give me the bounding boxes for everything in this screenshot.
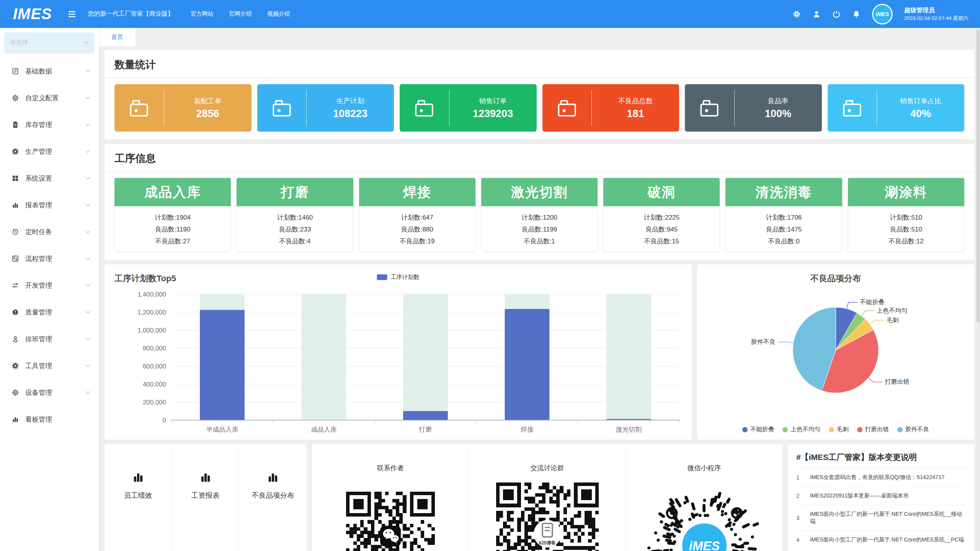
- charts-row: 工序计划数Top5 工序计划数 0200,000400,000600,00080…: [105, 264, 974, 440]
- sidebar-item-shift[interactable]: 排班管理: [0, 326, 99, 352]
- svg-text:上色不均匀: 上色不均匀: [877, 307, 907, 314]
- person-icon: [11, 335, 19, 343]
- bar-chart-icon: [266, 471, 280, 484]
- notification-bell-icon[interactable]: [852, 10, 861, 18]
- sidebar-item-workflow[interactable]: 流程管理: [0, 245, 99, 272]
- sidebar-item-system-settings[interactable]: 系统设置: [0, 165, 99, 192]
- stat-cards-row: 装配工单2856 生产计划108223 销售订单1239203 不良品总数181…: [105, 78, 974, 139]
- svg-text:600,000: 600,000: [143, 363, 166, 370]
- svg-text:成品入库: 成品入库: [311, 426, 337, 433]
- wechat-miniprogram-code: iMESS: [645, 486, 764, 551]
- svg-text:0: 0: [163, 417, 166, 424]
- svg-text:不能折叠: 不能折叠: [860, 299, 884, 305]
- scrollbar-thumb[interactable]: [977, 29, 980, 323]
- datetime: 2023.02.04 02:07:44 星期六: [904, 15, 969, 22]
- legend-item[interactable]: 打磨出错: [857, 425, 889, 434]
- bar-chart-icon: [198, 471, 213, 484]
- nav-link-video-intro[interactable]: 视频介绍: [267, 10, 290, 18]
- shortcut-salary-report[interactable]: 工资报表: [172, 444, 239, 527]
- sidebar-item-reports[interactable]: 报表管理: [0, 192, 99, 218]
- chevron-down-icon: [85, 70, 90, 73]
- bottom-row: 员工绩效 工资报表 不良品项分布 不良品项汇总 生产报表 产量统计 联系作者 扫…: [105, 444, 974, 551]
- legend-item[interactable]: 毛刺: [829, 425, 849, 434]
- sidebar-collapse-icon[interactable]: [67, 10, 77, 18]
- shortcut-employee-performance[interactable]: 员工绩效: [105, 444, 172, 527]
- legend-item[interactable]: 胶件不良: [897, 425, 929, 434]
- quantity-stats-panel: 数量统计 装配工单2856 生产计划108223 销售订单1239203 不良品…: [105, 50, 974, 139]
- shortcut-defect-summary[interactable]: 不良品项汇总: [105, 527, 172, 551]
- menu-search-select[interactable]: 请选择: [5, 33, 94, 52]
- chevron-down-icon: [85, 96, 90, 99]
- process-card: 焊接计划数:647良品数:880不良品数:19: [359, 178, 475, 251]
- sidebar-item-kanban[interactable]: 看板管理: [0, 406, 99, 433]
- nav-links: 官方网站 官网介绍 视频介绍: [191, 10, 290, 18]
- svg-text:1,400,000: 1,400,000: [137, 291, 166, 298]
- svg-text:半成品入库: 半成品入库: [206, 426, 238, 433]
- chevron-down-icon: [85, 257, 90, 260]
- bar-chart-legend[interactable]: 工序计划数: [377, 274, 420, 281]
- sidebar-item-inventory[interactable]: 库存管理: [0, 111, 99, 138]
- page-scrollbar[interactable]: [976, 28, 980, 551]
- process-card: 成品入库计划数:1904良品数:1190不良品数:27: [114, 178, 231, 251]
- changelog-title: #【iMES工厂管家】版本变更说明: [795, 450, 967, 468]
- changelog-item[interactable]: 4iMES面向小型工厂的新一代基于.NET Core的MES系统__PC端: [795, 531, 967, 549]
- sidebar-item-production[interactable]: 生产管理: [0, 138, 99, 165]
- main-content: 数量统计 装配工单2856 生产计划108223 销售订单1239203 不良品…: [99, 46, 980, 551]
- chevron-down-icon: [85, 391, 90, 394]
- sidebar-item-scheduled-tasks[interactable]: 定时任务: [0, 218, 99, 245]
- top-navbar: IMES 您的新一代工厂管家【商业版】 官方网站 官网介绍 视频介绍 iMES …: [0, 0, 980, 28]
- process-card: 清洗消毒计划数:1706良品数:1475不良品数:0: [725, 178, 842, 251]
- nav-link-official-site[interactable]: 官方网站: [191, 10, 214, 18]
- app-logo: IMES: [13, 5, 52, 23]
- avatar[interactable]: iMES: [872, 4, 893, 24]
- sidebar-item-development[interactable]: 开发管理: [0, 272, 99, 299]
- logout-power-icon[interactable]: [832, 10, 841, 18]
- bar-chart-icon: [11, 201, 19, 209]
- nav-link-site-intro[interactable]: 官网介绍: [229, 10, 252, 18]
- svg-text:400,000: 400,000: [143, 381, 166, 388]
- svg-text:1,000,000: 1,000,000: [137, 327, 166, 334]
- sidebar-item-quality[interactable]: 质量管理: [0, 299, 99, 326]
- wechat-qr-code: [346, 492, 435, 551]
- legend-item[interactable]: 上色不均匀: [782, 425, 820, 434]
- bar-chart: 0200,000400,000600,000800,0001,000,0001,…: [114, 288, 684, 437]
- shortcut-defect-distribution[interactable]: 不良品项分布: [239, 444, 307, 527]
- pie-chart-title: 不良品项分布: [701, 273, 970, 284]
- process-card: 打磨计划数:1460良品数:233不良品数:4: [237, 178, 353, 251]
- chevron-down-icon: [84, 41, 89, 44]
- stat-card-yield-rate: 良品率100%: [685, 84, 822, 132]
- bar-chart-panel: 工序计划数Top5 工序计划数 0200,000400,000600,00080…: [105, 264, 692, 440]
- sidebar-item-custom-config[interactable]: 自定义配置: [0, 85, 99, 111]
- settings-icon[interactable]: [792, 10, 801, 18]
- svg-text:毛刺: 毛刺: [887, 317, 899, 323]
- chevron-down-icon: [85, 150, 90, 153]
- svg-text:iMES: iMES: [689, 539, 720, 551]
- chevron-down-icon: [85, 123, 90, 126]
- tab-home[interactable]: 首页: [99, 28, 136, 46]
- chevron-down-icon: [85, 364, 90, 367]
- sliders-icon: [11, 282, 19, 289]
- sidebar-item-tools[interactable]: 工具管理: [0, 352, 99, 379]
- sidebar-item-base-data[interactable]: 基础数据: [0, 58, 99, 85]
- changelog-item[interactable]: 2iMES20220911版本更新——桌面端发布: [795, 487, 967, 505]
- gear-icon: [11, 148, 19, 155]
- legend-swatch: [377, 274, 387, 280]
- changelog-item[interactable]: 1iMES全套源码出售，有意的联系QQ/微信：514224717: [795, 468, 967, 487]
- chevron-down-icon: [85, 204, 90, 207]
- folder-icon: [828, 97, 877, 119]
- legend-item[interactable]: 不能折叠: [742, 425, 774, 434]
- document-icon: [11, 67, 19, 75]
- shortcut-production-report[interactable]: 生产报表: [172, 527, 239, 551]
- select-placeholder: 请选择: [10, 39, 84, 47]
- shortcut-output-stats[interactable]: 产量统计: [239, 527, 307, 551]
- changelog-item[interactable]: 3iMES面向小型工厂的新一代基于.NET Core的MES系统__移动端: [795, 505, 967, 531]
- section-title-quantity: 数量统计: [105, 50, 974, 78]
- user-icon[interactable]: [812, 10, 821, 18]
- qr-section-miniprogram: 微信小程序 iMESS: [626, 444, 782, 551]
- user-role: 超级管理员: [904, 6, 969, 15]
- svg-text:打磨出错: 打磨出错: [884, 378, 909, 385]
- qr-codes-panel: 联系作者 扫一扫上面的二维码图案，加我为朋友。 交流讨论群 625博客 群名称:…: [312, 444, 782, 551]
- sidebar-item-equipment[interactable]: 设备管理: [0, 379, 99, 406]
- stat-card-sales-ratio: 销售订单占比40%: [828, 84, 965, 132]
- workflow-icon: [11, 255, 19, 262]
